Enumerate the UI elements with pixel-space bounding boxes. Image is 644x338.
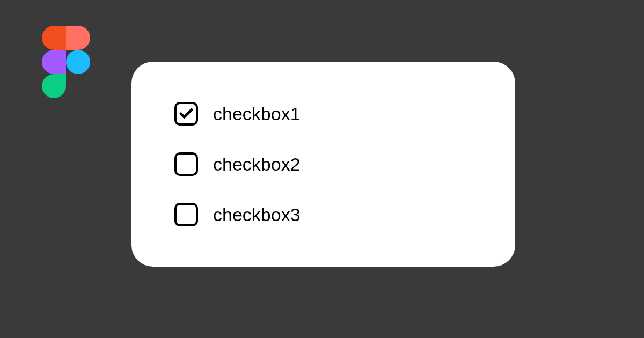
- checkbox-2[interactable]: [174, 152, 198, 176]
- checkbox-1-label[interactable]: checkbox1: [213, 104, 301, 124]
- checkbox-card: checkbox1 checkbox2 checkbox3: [131, 62, 515, 267]
- checkbox-3-label[interactable]: checkbox3: [213, 204, 301, 225]
- figma-logo-icon: [42, 26, 90, 98]
- checkbox-2-label[interactable]: checkbox2: [213, 154, 301, 175]
- checkbox-3[interactable]: [174, 203, 198, 226]
- svg-point-0: [66, 50, 90, 74]
- checkbox-row-3: checkbox3: [174, 203, 472, 226]
- checkbox-row-2: checkbox2: [174, 152, 472, 176]
- checkbox-row-1: checkbox1: [174, 102, 472, 126]
- checkbox-1[interactable]: [174, 102, 198, 126]
- checkmark-icon: [178, 106, 194, 122]
